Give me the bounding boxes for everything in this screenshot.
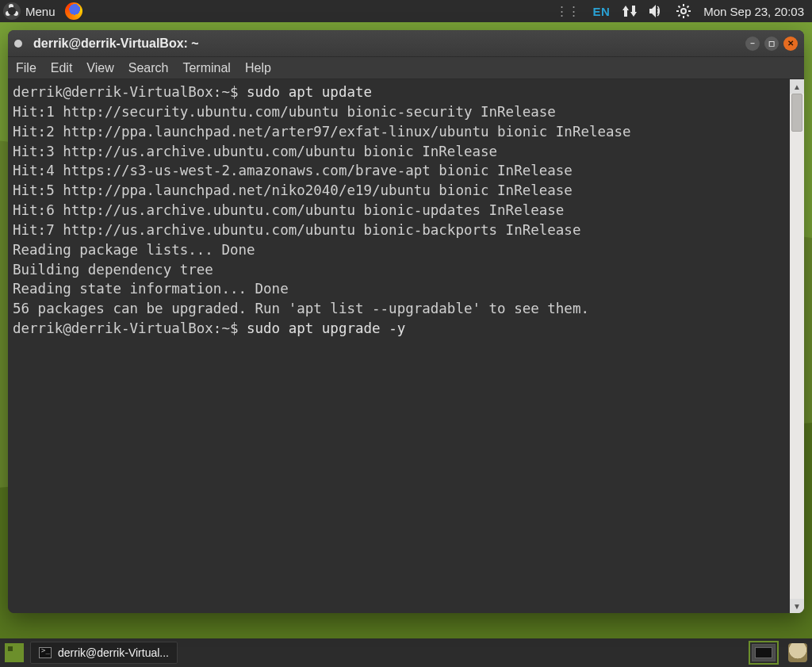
output-line: Hit:6 http://us.archive.ubuntu.com/ubunt… bbox=[13, 202, 564, 218]
top-panel: Menu ⋮⋮ EN Mon Sep 23, 20:03 bbox=[0, 0, 812, 22]
clock-label[interactable]: Mon Sep 23, 20:03 bbox=[703, 5, 804, 18]
window-controls: – ◻ ✕ bbox=[745, 36, 798, 51]
menu-edit[interactable]: Edit bbox=[51, 61, 73, 75]
network-updown-icon[interactable] bbox=[622, 6, 637, 17]
bottom-taskbar: derrik@derrik-Virtual... bbox=[0, 638, 812, 667]
menu-search[interactable]: Search bbox=[128, 61, 169, 75]
terminal-window: derrik@derrik-VirtualBox: ~ – ◻ ✕ File E… bbox=[8, 30, 804, 613]
keyboard-language-indicator[interactable]: EN bbox=[592, 5, 610, 18]
terminal-output[interactable]: derrik@derrik-VirtualBox:~$ sudo apt upd… bbox=[8, 79, 790, 613]
menu-file[interactable]: File bbox=[16, 61, 36, 75]
ubuntu-logo-icon[interactable] bbox=[3, 2, 21, 20]
maximize-button[interactable]: ◻ bbox=[764, 36, 779, 51]
scroll-down-icon[interactable]: ▼ bbox=[790, 599, 804, 613]
svg-point-0 bbox=[681, 9, 686, 13]
menu-bar: File Edit View Search Terminal Help bbox=[8, 57, 804, 79]
scroll-up-icon[interactable]: ▲ bbox=[790, 79, 804, 94]
output-line: 56 packages can be upgraded. Run 'apt li… bbox=[13, 301, 589, 316]
menu-help[interactable]: Help bbox=[245, 61, 271, 75]
prompt-line: derrik@derrik-VirtualBox:~$ bbox=[13, 320, 247, 336]
user-avatar-icon[interactable] bbox=[788, 643, 807, 662]
command-text: sudo apt upgrade -y bbox=[247, 320, 405, 336]
close-button[interactable]: ✕ bbox=[783, 36, 798, 51]
window-title: derrik@derrik-VirtualBox: ~ bbox=[33, 36, 745, 51]
workspace-indicator-icon[interactable] bbox=[5, 643, 24, 662]
svg-line-6 bbox=[688, 15, 689, 17]
top-panel-left: Menu bbox=[0, 2, 556, 20]
svg-line-8 bbox=[679, 15, 680, 17]
menu-terminal[interactable]: Terminal bbox=[182, 61, 230, 75]
output-line: Hit:3 http://us.archive.ubuntu.com/ubunt… bbox=[13, 144, 497, 159]
terminal-body: derrik@derrik-VirtualBox:~$ sudo apt upd… bbox=[8, 79, 804, 613]
scroll-thumb[interactable] bbox=[791, 94, 802, 132]
output-line: Hit:2 http://ppa.launchpad.net/arter97/e… bbox=[13, 124, 631, 140]
settings-gear-icon[interactable] bbox=[676, 4, 691, 18]
svg-line-5 bbox=[679, 6, 680, 8]
svg-line-7 bbox=[688, 6, 689, 8]
sound-icon[interactable] bbox=[649, 5, 664, 17]
top-panel-right: ⋮⋮ EN Mon Sep 23, 20:03 bbox=[556, 4, 812, 18]
taskbar-item-terminal[interactable]: derrik@derrik-Virtual... bbox=[30, 642, 178, 664]
command-text: sudo apt update bbox=[247, 84, 372, 100]
menu-button[interactable]: Menu bbox=[25, 5, 56, 18]
prompt-line: derrik@derrik-VirtualBox:~$ bbox=[13, 84, 247, 100]
output-line: Reading package lists... Done bbox=[13, 242, 255, 258]
output-line: Hit:4 https://s3-us-west-2.amazonaws.com… bbox=[13, 163, 573, 178]
output-line: Hit:7 http://us.archive.ubuntu.com/ubunt… bbox=[13, 222, 580, 238]
panel-grip-icon: ⋮⋮ bbox=[556, 4, 580, 18]
window-preview-thumb[interactable] bbox=[752, 644, 776, 661]
firefox-icon[interactable] bbox=[65, 2, 82, 20]
titlebar-app-icon bbox=[14, 40, 22, 48]
output-line: Hit:1 http://security.ubuntu.com/ubuntu … bbox=[13, 104, 556, 120]
taskbar-item-label: derrik@derrik-Virtual... bbox=[58, 646, 169, 659]
window-titlebar[interactable]: derrik@derrik-VirtualBox: ~ – ◻ ✕ bbox=[8, 30, 804, 57]
output-line: Hit:5 http://ppa.launchpad.net/niko2040/… bbox=[13, 182, 573, 198]
scrollbar[interactable]: ▲ ▼ bbox=[790, 79, 804, 613]
output-line: Building dependency tree bbox=[13, 262, 213, 278]
output-line: Reading state information... Done bbox=[13, 281, 289, 297]
terminal-icon bbox=[39, 647, 52, 658]
menu-view[interactable]: View bbox=[86, 61, 113, 75]
minimize-button[interactable]: – bbox=[745, 36, 760, 51]
